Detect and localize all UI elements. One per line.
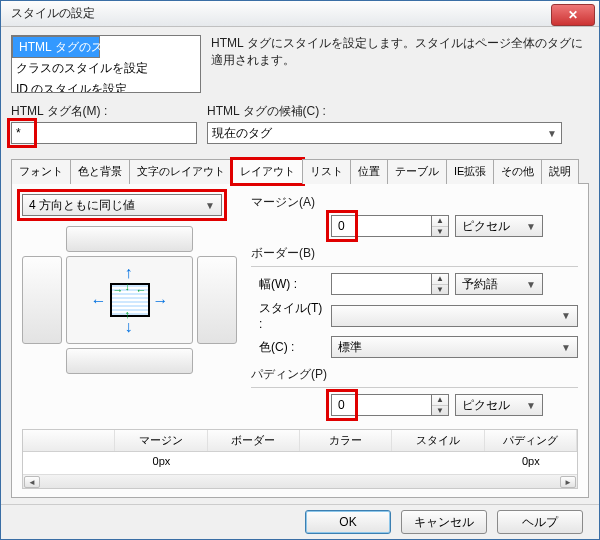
spin-up-icon: ▲	[432, 395, 448, 406]
close-button[interactable]: ✕	[551, 4, 595, 26]
tab-color-bg[interactable]: 色と背景	[70, 159, 130, 184]
content-area: HTML タグのスタイルを設定 クラスのスタイルを設定 ID のスタイルを設定 …	[1, 27, 599, 504]
chevron-down-icon: ▼	[561, 342, 571, 353]
candidates-value: 現在のタグ	[212, 125, 272, 142]
candidates-combo[interactable]: 現在のタグ ▼	[207, 122, 562, 144]
padding-spinner[interactable]: ▲▼	[431, 394, 449, 416]
arrow-down-icon: ↓	[125, 318, 133, 336]
cancel-button[interactable]: キャンセル	[401, 510, 487, 534]
tab-body: 4 方向ともに同じ値 ▼ ↑ ↓ ← →	[11, 184, 589, 498]
border-width-input[interactable]	[331, 273, 431, 295]
spin-down-icon: ▼	[432, 285, 448, 295]
chevron-down-icon: ▼	[205, 200, 215, 211]
border-style-label: スタイル(T) :	[251, 300, 325, 331]
padding-input[interactable]	[331, 394, 431, 416]
summary-table: マージン ボーダー カラー スタイル パディング 0px 0px ◄ ►	[22, 429, 578, 489]
spin-down-icon: ▼	[432, 406, 448, 416]
list-item[interactable]: クラスのスタイルを設定	[12, 58, 200, 79]
style-mode-list[interactable]: HTML タグのスタイルを設定 クラスのスタイルを設定 ID のスタイルを設定	[11, 35, 201, 93]
spin-down-icon: ▼	[432, 227, 448, 237]
margin-unit-select[interactable]: ピクセル▼	[455, 215, 543, 237]
tagname-input[interactable]	[11, 122, 197, 144]
padding-label: パディング(P)	[251, 366, 578, 383]
window-title: スタイルの設定	[11, 5, 95, 22]
tab-strip: フォント 色と背景 文字のレイアウト レイアウト リスト 位置 テーブル IE拡…	[11, 158, 589, 184]
title-bar: スタイルの設定 ✕	[1, 1, 599, 27]
tab-list[interactable]: リスト	[302, 159, 351, 184]
margin-input[interactable]	[331, 215, 431, 237]
ok-button[interactable]: OK	[305, 510, 391, 534]
pad-bottom-button[interactable]	[66, 348, 193, 374]
margin-label: マージン(A)	[251, 194, 578, 211]
tab-position[interactable]: 位置	[350, 159, 388, 184]
tab-table[interactable]: テーブル	[387, 159, 447, 184]
chevron-down-icon: ▼	[526, 279, 536, 290]
border-width-spinner[interactable]: ▲▼	[431, 273, 449, 295]
arrow-in-icon: ↓	[125, 280, 131, 292]
th-padding: パディング	[485, 430, 577, 451]
border-color-label: 色(C) :	[251, 339, 325, 356]
tab-other[interactable]: その他	[493, 159, 542, 184]
border-style-select[interactable]: ▼	[331, 305, 578, 327]
description-text: HTML タグにスタイルを設定します。スタイルはページ全体のタグに適用されます。	[211, 35, 589, 93]
candidates-label: HTML タグの候補(C) :	[207, 103, 562, 120]
pad-top-button[interactable]	[66, 226, 193, 252]
spin-up-icon: ▲	[432, 274, 448, 285]
close-icon: ✕	[568, 8, 578, 22]
dialog-footer: OK キャンセル ヘルプ	[1, 504, 599, 539]
divider	[251, 266, 578, 267]
border-width-label: 幅(W) :	[251, 276, 325, 293]
table-header: マージン ボーダー カラー スタイル パディング	[23, 430, 577, 452]
cell-margin: 0px	[115, 452, 207, 474]
table-scrollbar[interactable]: ◄ ►	[23, 474, 577, 488]
list-item[interactable]: ID のスタイルを設定	[12, 79, 200, 93]
list-item[interactable]: HTML タグのスタイルを設定	[12, 36, 100, 58]
tab-text-layout[interactable]: 文字のレイアウト	[129, 159, 233, 184]
border-color-select[interactable]: 標準▼	[331, 336, 578, 358]
arrow-in-icon: →	[113, 284, 124, 296]
tab-desc[interactable]: 説明	[541, 159, 579, 184]
border-width-unit-select[interactable]: 予約語▼	[455, 273, 543, 295]
arrow-in-icon: ←	[136, 284, 147, 296]
tab-font[interactable]: フォント	[11, 159, 71, 184]
padding-unit-select[interactable]: ピクセル▼	[455, 394, 543, 416]
scroll-right-icon[interactable]: ►	[560, 476, 576, 488]
direction-value: 4 方向ともに同じ値	[29, 197, 135, 214]
padding-diagram: ↑ ↓ ← → → ← ↓ ↑	[22, 226, 237, 374]
arrow-in-icon: ↑	[125, 308, 131, 320]
pad-right-button[interactable]	[197, 256, 237, 344]
scroll-left-icon[interactable]: ◄	[24, 476, 40, 488]
chevron-down-icon: ▼	[547, 128, 557, 139]
tab-ie[interactable]: IE拡張	[446, 159, 494, 184]
th-color: カラー	[300, 430, 392, 451]
th-style: スタイル	[392, 430, 484, 451]
pad-left-button[interactable]	[22, 256, 62, 344]
th-border: ボーダー	[208, 430, 300, 451]
chevron-down-icon: ▼	[561, 310, 571, 321]
spin-up-icon: ▲	[432, 216, 448, 227]
tagname-label: HTML タグ名(M) :	[11, 103, 197, 120]
chevron-down-icon: ▼	[526, 221, 536, 232]
border-label: ボーダー(B)	[251, 245, 578, 262]
arrow-right-icon: →	[153, 292, 169, 310]
table-row: 0px 0px	[23, 452, 577, 474]
tab-layout[interactable]: レイアウト	[232, 159, 303, 184]
cell-padding: 0px	[485, 452, 577, 474]
divider	[251, 387, 578, 388]
th-margin: マージン	[115, 430, 207, 451]
dialog-window: スタイルの設定 ✕ HTML タグのスタイルを設定 クラスのスタイルを設定 ID…	[0, 0, 600, 540]
direction-select[interactable]: 4 方向ともに同じ値 ▼	[22, 194, 222, 216]
pad-center: ↑ ↓ ← → → ← ↓ ↑	[66, 256, 193, 344]
chevron-down-icon: ▼	[526, 400, 536, 411]
margin-spinner[interactable]: ▲▼	[431, 215, 449, 237]
help-button[interactable]: ヘルプ	[497, 510, 583, 534]
arrow-left-icon: ←	[91, 292, 107, 310]
